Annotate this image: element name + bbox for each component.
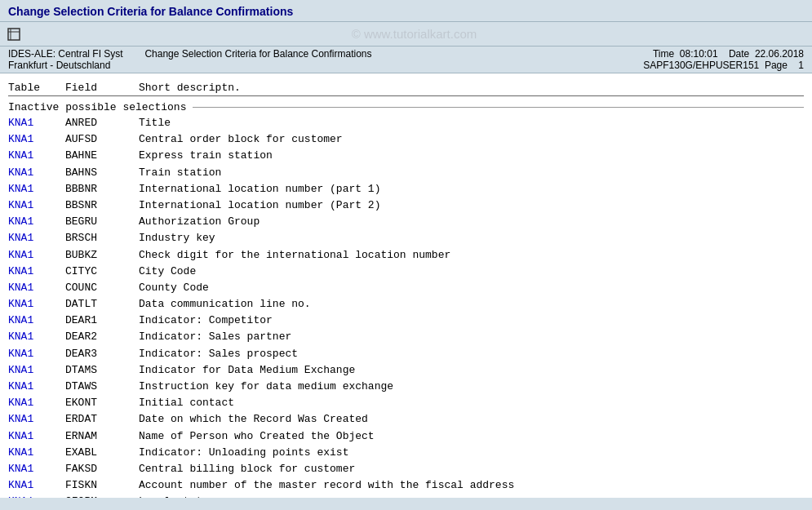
row-desc: City Code	[139, 264, 804, 279]
row-field: FISKN	[65, 478, 139, 493]
row-field: DEAR1	[65, 313, 139, 328]
table-row: KNA1 AUFSD Central order block for custo…	[8, 131, 804, 148]
row-desc: Central billing block for customer	[139, 462, 804, 477]
row-table: KNA1	[8, 396, 65, 410]
title-bar: Change Selection Criteria for Balance Co…	[0, 0, 812, 22]
row-desc: Express train station	[139, 149, 804, 163]
content-area: Table Field Short descriptn. Inactive po…	[0, 73, 812, 498]
row-field: CITYC	[65, 264, 139, 279]
row-desc: Indicator: Sales partner	[139, 330, 804, 344]
table-row: KNA1 DTAWS Instruction key for data medi…	[8, 379, 804, 395]
row-desc: International location number (Part 2)	[139, 198, 804, 213]
row-desc: International location number (part 1)	[139, 182, 804, 197]
table-row: KNA1 ANRED Title	[8, 115, 804, 131]
row-table: KNA1	[8, 379, 65, 394]
row-table: KNA1	[8, 231, 65, 246]
system-info: IDES-ALE: Central FI Syst Change Selecti…	[8, 48, 372, 60]
row-desc: County Code	[139, 281, 804, 295]
row-field: EKONT	[65, 396, 139, 410]
section-header: Inactive possible selections	[8, 98, 804, 115]
row-field: AUFSD	[65, 132, 139, 147]
location-info: Frankfurt - Deutschland	[8, 60, 372, 71]
row-table: KNA1	[8, 313, 65, 328]
row-field: FAKSD	[65, 462, 139, 477]
row-table: KNA1	[8, 412, 65, 427]
table-row: KNA1 DTAMS Indicator for Data Medium Exc…	[8, 362, 804, 379]
sapf-page-info: SAPF130G/EHPUSER151 Page 1	[643, 60, 804, 71]
row-table: KNA1	[8, 149, 65, 163]
data-rows-container: KNA1 ANRED Title KNA1 AUFSD Central orde…	[8, 115, 804, 498]
table-row: KNA1 FISKN Account number of the master …	[8, 477, 804, 494]
table-row: KNA1 EKONT Initial contact	[8, 395, 804, 411]
row-field: BAHNE	[65, 149, 139, 163]
row-desc: Instruction key for data medium exchange	[139, 379, 804, 394]
row-desc: Date on which the Record Was Created	[139, 412, 804, 427]
row-desc: Authorization Group	[139, 215, 804, 229]
row-table: KNA1	[8, 363, 65, 378]
row-desc: Name of Person who Created the Object	[139, 429, 804, 444]
table-row: KNA1 CITYC City Code	[8, 264, 804, 280]
row-table: KNA1	[8, 347, 65, 361]
row-desc: Train station	[139, 166, 804, 180]
row-desc: Data communication line no.	[139, 297, 804, 312]
time-date-info: Time 08:10:01 Date 22.06.2018	[643, 48, 804, 60]
info-right: Time 08:10:01 Date 22.06.2018 SAPF130G/E…	[643, 48, 804, 71]
table-row: KNA1 FAKSD Central billing block for cus…	[8, 461, 804, 477]
table-row: KNA1 BEGRU Authorization Group	[8, 214, 804, 230]
table-row: KNA1 ERNAM Name of Person who Created th…	[8, 428, 804, 445]
row-desc: Indicator: Sales prospect	[139, 347, 804, 361]
row-table: KNA1	[8, 478, 65, 493]
table-row: KNA1 DEAR2 Indicator: Sales partner	[8, 329, 804, 345]
table-row: KNA1 BBSNR International location number…	[8, 197, 804, 214]
table-row: KNA1 DEAR1 Indicator: Competitor	[8, 313, 804, 329]
table-row: KNA1 ERDAT Date on which the Record Was …	[8, 411, 804, 428]
row-table: KNA1	[8, 132, 65, 147]
row-table: KNA1	[8, 330, 65, 344]
row-field: DEAR3	[65, 347, 139, 361]
row-field: ANRED	[65, 116, 139, 131]
toolbar-icon[interactable]	[7, 26, 23, 42]
section-line	[193, 107, 804, 108]
row-field: GFORM	[65, 494, 139, 498]
row-table: KNA1	[8, 264, 65, 279]
row-desc: Indicator for Data Medium Exchange	[139, 363, 804, 378]
row-table: KNA1	[8, 462, 65, 477]
row-field: DTAWS	[65, 379, 139, 394]
row-desc: Legal status	[139, 494, 804, 498]
row-field: BRSCH	[65, 231, 139, 246]
row-field: BUBKZ	[65, 248, 139, 263]
table-row: KNA1 BRSCH Industry key	[8, 230, 804, 246]
row-desc: Central order block for customer	[139, 132, 804, 147]
row-desc: Initial contact	[139, 396, 804, 410]
row-desc: Check digit for the international locati…	[139, 248, 804, 263]
row-field: ERDAT	[65, 412, 139, 427]
info-left: IDES-ALE: Central FI Syst Change Selecti…	[8, 48, 372, 71]
col-header-table: Table	[8, 82, 65, 94]
table-row: KNA1 EXABL Indicator: Unloading points e…	[8, 445, 804, 461]
row-desc: Indicator: Competitor	[139, 313, 804, 328]
table-row: KNA1 BAHNE Express train station	[8, 148, 804, 164]
row-field: DATLT	[65, 297, 139, 312]
row-desc: Industry key	[139, 231, 804, 246]
row-field: DEAR2	[65, 330, 139, 344]
table-row: KNA1 BAHNS Train station	[8, 165, 804, 181]
row-table: KNA1	[8, 297, 65, 312]
row-table: KNA1	[8, 166, 65, 180]
row-table: KNA1	[8, 429, 65, 444]
row-table: KNA1	[8, 248, 65, 263]
row-desc: Account number of the master record with…	[139, 478, 804, 493]
row-table: KNA1	[8, 446, 65, 460]
toolbar: © www.tutorialkart.com	[0, 22, 812, 47]
table-row: KNA1 DEAR3 Indicator: Sales prospect	[8, 346, 804, 362]
row-table: KNA1	[8, 116, 65, 131]
row-field: BAHNS	[65, 166, 139, 180]
row-table: KNA1	[8, 281, 65, 295]
row-desc: Title	[139, 116, 804, 131]
row-desc: Indicator: Unloading points exist	[139, 446, 804, 460]
row-table: KNA1	[8, 198, 65, 213]
table-row: KNA1 DATLT Data communication line no.	[8, 296, 804, 313]
watermark: © www.tutorialkart.com	[23, 27, 805, 41]
page-title: Change Selection Criteria for Balance Co…	[8, 5, 804, 18]
svg-rect-0	[8, 29, 20, 40]
row-table: KNA1	[8, 494, 65, 498]
